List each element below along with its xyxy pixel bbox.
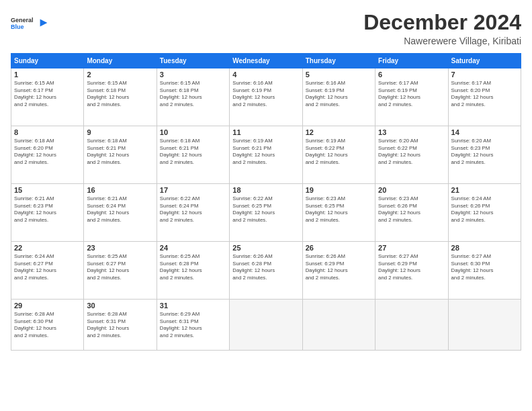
calendar-cell: 5Sunrise: 6:16 AM Sunset: 6:19 PM Daylig… <box>302 68 375 126</box>
day-number: 3 <box>160 71 226 79</box>
day-number: 28 <box>451 244 518 252</box>
day-number: 5 <box>306 71 372 79</box>
day-info: Sunrise: 6:24 AM Sunset: 6:27 PM Dayligh… <box>14 253 81 281</box>
day-number: 21 <box>451 186 518 194</box>
day-number: 25 <box>232 244 299 252</box>
day-number: 30 <box>87 302 153 310</box>
calendar-cell: 20Sunrise: 6:23 AM Sunset: 6:26 PM Dayli… <box>375 184 448 242</box>
calendar-cell <box>375 300 448 351</box>
day-number: 20 <box>378 186 445 194</box>
calendar-cell: 13Sunrise: 6:20 AM Sunset: 6:22 PM Dayli… <box>375 126 448 184</box>
header: General Blue December 2024 Nawerewere Vi… <box>11 11 521 46</box>
calendar-page: General Blue December 2024 Nawerewere Vi… <box>0 0 532 411</box>
day-number: 31 <box>160 302 226 310</box>
calendar-cell <box>230 300 302 351</box>
day-info: Sunrise: 6:19 AM Sunset: 6:22 PM Dayligh… <box>306 138 372 166</box>
day-info: Sunrise: 6:23 AM Sunset: 6:25 PM Dayligh… <box>306 195 372 224</box>
calendar-cell: 1Sunrise: 6:15 AM Sunset: 6:17 PM Daylig… <box>11 68 84 126</box>
day-info: Sunrise: 6:26 AM Sunset: 6:28 PM Dayligh… <box>232 253 299 281</box>
weekday-header-thursday: Thursday <box>302 54 375 68</box>
month-title: December 2024 <box>363 11 521 34</box>
week-row-1: 1Sunrise: 6:15 AM Sunset: 6:17 PM Daylig… <box>11 68 521 126</box>
calendar-cell: 8Sunrise: 6:18 AM Sunset: 6:20 PM Daylig… <box>11 126 84 184</box>
day-info: Sunrise: 6:25 AM Sunset: 6:28 PM Dayligh… <box>160 253 226 281</box>
day-number: 18 <box>232 186 299 194</box>
day-info: Sunrise: 6:19 AM Sunset: 6:21 PM Dayligh… <box>232 138 299 166</box>
day-number: 16 <box>87 186 153 194</box>
weekday-header-friday: Friday <box>375 54 448 68</box>
day-info: Sunrise: 6:18 AM Sunset: 6:21 PM Dayligh… <box>160 138 226 166</box>
svg-marker-2 <box>40 19 48 27</box>
day-number: 27 <box>378 244 445 252</box>
calendar-cell: 21Sunrise: 6:24 AM Sunset: 6:26 PM Dayli… <box>448 184 521 242</box>
day-info: Sunrise: 6:15 AM Sunset: 6:17 PM Dayligh… <box>14 80 81 108</box>
calendar-table: SundayMondayTuesdayWednesdayThursdayFrid… <box>11 53 521 351</box>
day-info: Sunrise: 6:21 AM Sunset: 6:24 PM Dayligh… <box>87 195 153 224</box>
calendar-cell: 11Sunrise: 6:19 AM Sunset: 6:21 PM Dayli… <box>230 126 302 184</box>
day-number: 23 <box>87 244 153 252</box>
calendar-cell: 10Sunrise: 6:18 AM Sunset: 6:21 PM Dayli… <box>157 126 229 184</box>
weekday-header-saturday: Saturday <box>448 54 521 68</box>
week-row-4: 22Sunrise: 6:24 AM Sunset: 6:27 PM Dayli… <box>11 242 521 300</box>
calendar-cell: 29Sunrise: 6:28 AM Sunset: 6:30 PM Dayli… <box>11 300 84 351</box>
calendar-cell: 12Sunrise: 6:19 AM Sunset: 6:22 PM Dayli… <box>302 126 375 184</box>
calendar-cell: 7Sunrise: 6:17 AM Sunset: 6:20 PM Daylig… <box>448 68 521 126</box>
calendar-cell: 25Sunrise: 6:26 AM Sunset: 6:28 PM Dayli… <box>230 242 302 300</box>
weekday-header-sunday: Sunday <box>11 54 84 68</box>
svg-text:Blue: Blue <box>11 24 24 30</box>
day-info: Sunrise: 6:24 AM Sunset: 6:26 PM Dayligh… <box>451 195 518 224</box>
weekday-header-row: SundayMondayTuesdayWednesdayThursdayFrid… <box>11 54 521 68</box>
day-number: 10 <box>160 128 226 136</box>
calendar-cell: 14Sunrise: 6:20 AM Sunset: 6:23 PM Dayli… <box>448 126 521 184</box>
day-number: 22 <box>14 244 81 252</box>
day-number: 11 <box>232 128 299 136</box>
day-info: Sunrise: 6:17 AM Sunset: 6:20 PM Dayligh… <box>451 80 518 108</box>
week-row-2: 8Sunrise: 6:18 AM Sunset: 6:20 PM Daylig… <box>11 126 521 184</box>
week-row-5: 29Sunrise: 6:28 AM Sunset: 6:30 PM Dayli… <box>11 300 521 351</box>
calendar-cell: 3Sunrise: 6:15 AM Sunset: 6:18 PM Daylig… <box>157 68 229 126</box>
day-info: Sunrise: 6:28 AM Sunset: 6:31 PM Dayligh… <box>87 311 153 339</box>
day-number: 17 <box>160 186 226 194</box>
week-row-3: 15Sunrise: 6:21 AM Sunset: 6:23 PM Dayli… <box>11 184 521 242</box>
day-number: 15 <box>14 186 81 194</box>
day-info: Sunrise: 6:18 AM Sunset: 6:20 PM Dayligh… <box>14 138 81 166</box>
day-info: Sunrise: 6:16 AM Sunset: 6:19 PM Dayligh… <box>232 80 299 108</box>
day-info: Sunrise: 6:22 AM Sunset: 6:24 PM Dayligh… <box>160 195 226 224</box>
calendar-cell: 4Sunrise: 6:16 AM Sunset: 6:19 PM Daylig… <box>230 68 302 126</box>
day-number: 2 <box>87 71 153 79</box>
calendar-cell: 30Sunrise: 6:28 AM Sunset: 6:31 PM Dayli… <box>84 300 157 351</box>
calendar-cell: 24Sunrise: 6:25 AM Sunset: 6:28 PM Dayli… <box>157 242 229 300</box>
weekday-header-wednesday: Wednesday <box>230 54 302 68</box>
title-area: December 2024 Nawerewere Village, Kiriba… <box>363 11 521 46</box>
day-info: Sunrise: 6:15 AM Sunset: 6:18 PM Dayligh… <box>160 80 226 108</box>
calendar-cell: 15Sunrise: 6:21 AM Sunset: 6:23 PM Dayli… <box>11 184 84 242</box>
calendar-cell: 17Sunrise: 6:22 AM Sunset: 6:24 PM Dayli… <box>157 184 229 242</box>
logo: General Blue <box>11 11 50 35</box>
calendar-cell: 6Sunrise: 6:17 AM Sunset: 6:19 PM Daylig… <box>375 68 448 126</box>
day-info: Sunrise: 6:17 AM Sunset: 6:19 PM Dayligh… <box>378 80 445 108</box>
day-info: Sunrise: 6:25 AM Sunset: 6:27 PM Dayligh… <box>87 253 153 281</box>
day-info: Sunrise: 6:21 AM Sunset: 6:23 PM Dayligh… <box>14 195 81 224</box>
day-info: Sunrise: 6:27 AM Sunset: 6:30 PM Dayligh… <box>451 253 518 281</box>
day-info: Sunrise: 6:20 AM Sunset: 6:22 PM Dayligh… <box>378 138 445 166</box>
day-number: 6 <box>378 71 445 79</box>
day-info: Sunrise: 6:29 AM Sunset: 6:31 PM Dayligh… <box>160 311 226 339</box>
calendar-cell: 23Sunrise: 6:25 AM Sunset: 6:27 PM Dayli… <box>84 242 157 300</box>
weekday-header-tuesday: Tuesday <box>157 54 229 68</box>
day-info: Sunrise: 6:28 AM Sunset: 6:30 PM Dayligh… <box>14 311 81 339</box>
calendar-cell: 27Sunrise: 6:27 AM Sunset: 6:29 PM Dayli… <box>375 242 448 300</box>
day-number: 13 <box>378 128 445 136</box>
day-info: Sunrise: 6:15 AM Sunset: 6:18 PM Dayligh… <box>87 80 153 108</box>
location-title: Nawerewere Village, Kiribati <box>363 36 521 46</box>
day-info: Sunrise: 6:18 AM Sunset: 6:21 PM Dayligh… <box>87 138 153 166</box>
calendar-cell: 16Sunrise: 6:21 AM Sunset: 6:24 PM Dayli… <box>84 184 157 242</box>
day-number: 1 <box>14 71 81 79</box>
svg-text:General: General <box>11 17 34 24</box>
calendar-cell <box>302 300 375 351</box>
day-info: Sunrise: 6:27 AM Sunset: 6:29 PM Dayligh… <box>378 253 445 281</box>
calendar-cell: 26Sunrise: 6:26 AM Sunset: 6:29 PM Dayli… <box>302 242 375 300</box>
day-number: 8 <box>14 128 81 136</box>
calendar-cell: 9Sunrise: 6:18 AM Sunset: 6:21 PM Daylig… <box>84 126 157 184</box>
day-number: 24 <box>160 244 226 252</box>
logo-arrow-icon <box>38 17 50 29</box>
